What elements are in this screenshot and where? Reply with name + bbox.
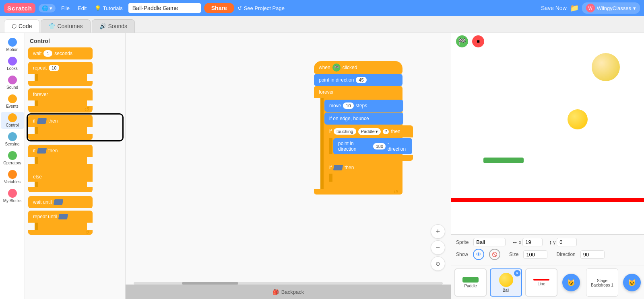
ws-block-point-180[interactable]: point in direction 180 - direction <box>333 138 412 154</box>
stage-toolbar: 🏁 ■ <box>456 35 484 47</box>
block-repeat-until[interactable]: repeat until ↺ <box>28 211 122 235</box>
block-if-then-2[interactable]: if then else <box>28 145 122 192</box>
category-myblocks[interactable]: My Blocks <box>1 187 24 205</box>
see-project-button[interactable]: ↺ See Project Page <box>237 5 285 11</box>
hide-button[interactable]: 🚫 <box>489 249 500 260</box>
category-sensing[interactable]: Sensing <box>1 131 24 148</box>
y-input[interactable] <box>557 238 577 246</box>
category-sound-label: Sound <box>6 85 18 90</box>
category-control[interactable]: Control <box>1 112 24 129</box>
sprite-info-row-1: Sprite ↔ x ↕ y <box>456 238 639 246</box>
backpack-label: Backpack <box>281 289 304 295</box>
category-myblocks-label: My Blocks <box>3 199 22 203</box>
category-sound[interactable]: Sound <box>1 74 24 91</box>
sprites-list-area: Paddle ✕ Ball Line 🐱 Stage Backdro <box>451 266 644 299</box>
zoom-in-button[interactable]: + <box>431 224 445 239</box>
category-looks-label: Looks <box>7 66 18 71</box>
code-tab-icon: ⬡ <box>12 23 17 29</box>
user-badge[interactable]: W WlingyClasses ▾ <box>582 2 640 14</box>
add-sprite-button[interactable]: 🐱 <box>562 274 580 291</box>
category-operators[interactable]: Operators <box>1 150 24 167</box>
if-empty-body <box>329 174 378 182</box>
ws-block-when-flag[interactable]: when 🏁 clicked <box>314 61 402 74</box>
block-wait-until[interactable]: wait until <box>28 196 122 208</box>
zoom-out-button[interactable]: − <box>431 240 445 255</box>
backpack-bar[interactable]: 🎒 Backpack <box>126 285 451 299</box>
tab-sounds[interactable]: 🔊 Sounds <box>92 19 135 33</box>
tab-costumes[interactable]: 👕 Costumes <box>41 19 90 33</box>
save-now-button[interactable]: Save Now <box>541 5 567 11</box>
events-dot <box>8 94 17 103</box>
backdrop-count: Backdrops 1 <box>591 283 613 287</box>
tutorials-button[interactable]: 💡 Tutorials <box>92 4 125 13</box>
size-label: Size <box>509 252 518 257</box>
folder-icon-button[interactable]: 📁 <box>570 4 579 12</box>
project-name-input[interactable] <box>128 3 201 13</box>
size-input[interactable] <box>523 250 547 259</box>
category-looks[interactable]: Looks <box>1 55 24 72</box>
looks-dot <box>8 57 17 66</box>
paddle-label: Paddle <box>464 284 477 288</box>
user-avatar: W <box>586 4 595 12</box>
sprite-info-panel: Sprite ↔ x ↕ y Show 👁 🚫 Size <box>451 234 644 266</box>
add-sprite-fab[interactable]: 🐱 <box>562 274 580 291</box>
ws-block-if-touching[interactable]: if touching Paddle ▾ ? then <box>324 125 402 161</box>
stage-ball-large <box>592 53 620 81</box>
category-motion[interactable]: Motion <box>1 36 24 53</box>
category-events-label: Events <box>6 104 19 109</box>
block-repeat[interactable]: repeat 10 <box>28 62 122 86</box>
block-if-then[interactable]: if then <box>28 115 122 140</box>
ws-block-edge-bounce[interactable]: if on edge, bounce <box>324 113 403 125</box>
x-coord-group: ↔ x <box>512 238 543 246</box>
zoom-center-button[interactable]: ⊙ <box>431 256 445 271</box>
ws-block-forever-cap: ↺ <box>314 189 402 195</box>
direction-input[interactable] <box>580 250 605 259</box>
tutorials-icon: 💡 <box>95 5 101 11</box>
tab-code[interactable]: ⬡ Code <box>4 19 39 33</box>
green-flag-button[interactable]: 🏁 <box>456 35 468 47</box>
if-touching-cap <box>324 155 413 161</box>
ball-delete-button[interactable]: ✕ <box>514 270 520 276</box>
ball-preview <box>499 273 513 287</box>
workspace[interactable]: when 🏁 clicked point in direction 45 for… <box>126 33 451 299</box>
see-project-icon: ↺ <box>237 5 242 11</box>
sprite-thumb-ball[interactable]: ✕ Ball <box>490 268 522 297</box>
sprite-thumb-paddle[interactable]: Paddle <box>454 268 487 297</box>
forever-body: move 10 steps if on edge, bounce if to <box>320 98 402 189</box>
category-control-label: Control <box>6 123 19 127</box>
block-wait[interactable]: wait 1 seconds <box>28 47 122 59</box>
stop-button[interactable]: ■ <box>472 35 484 47</box>
stage-thumb[interactable]: Stage Backdrops 1 <box>586 268 618 297</box>
paddle-dropdown[interactable]: Paddle ▾ <box>358 128 381 135</box>
tab-row: ⬡ Code 👕 Costumes 🔊 Sounds <box>0 16 644 33</box>
sprite-thumb-line[interactable]: Line <box>525 268 557 297</box>
block-forever[interactable]: forever ↺ <box>28 88 122 113</box>
user-chevron: ▾ <box>633 5 636 11</box>
if-empty-cap <box>324 182 385 187</box>
globe-button[interactable]: 🌐 ▾ <box>39 4 56 12</box>
globe-chevron: ▾ <box>50 5 52 11</box>
x-input[interactable] <box>522 238 543 246</box>
line-label: Line <box>538 282 545 286</box>
sprite-name-input[interactable] <box>473 238 506 246</box>
category-events[interactable]: Events <box>1 93 24 110</box>
stage-area: 🏁 ■ ⊡ ⊞ ⤢ <box>451 33 644 234</box>
show-button[interactable]: 👁 <box>473 249 484 260</box>
touching-dropdown[interactable]: touching <box>334 128 356 135</box>
edit-menu-button[interactable]: Edit <box>75 4 89 13</box>
block-group-main[interactable]: when 🏁 clicked point in direction 45 for… <box>314 61 402 195</box>
ws-block-move[interactable]: move 10 steps <box>324 100 403 112</box>
share-button[interactable]: Share <box>204 3 234 13</box>
stage-thumb-label: Stage <box>597 279 607 283</box>
ws-block-point-direction[interactable]: point in direction 45 <box>314 74 402 86</box>
category-sensing-label: Sensing <box>5 142 19 146</box>
scratch-logo[interactable]: Scratch <box>4 3 35 13</box>
ws-block-forever[interactable]: forever <box>314 86 402 98</box>
add-backdrop-button[interactable]: 🐱 <box>623 274 641 291</box>
category-variables[interactable]: Variables <box>1 168 24 186</box>
add-backdrop-fab[interactable]: 🐱 <box>623 274 641 291</box>
backpack-icon: 🎒 <box>272 289 279 295</box>
file-menu-button[interactable]: File <box>59 4 72 13</box>
variables-dot <box>8 170 17 179</box>
ws-block-if-empty[interactable]: if then <box>324 162 402 187</box>
